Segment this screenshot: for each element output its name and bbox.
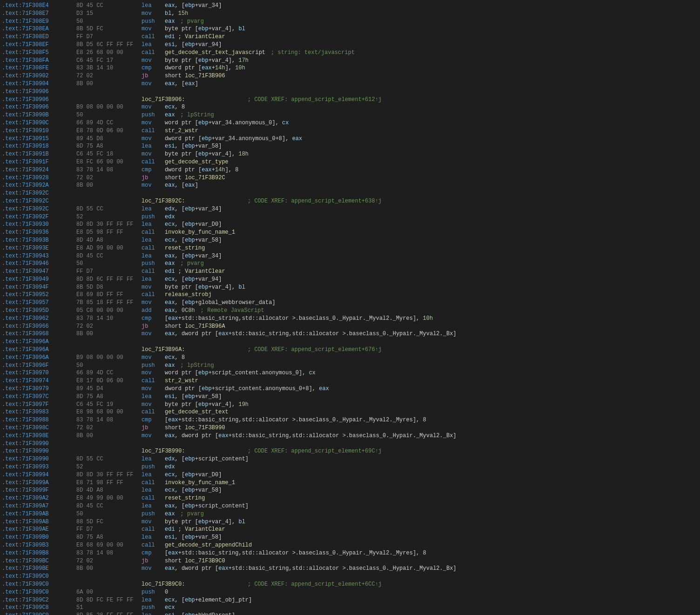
disasm-line[interactable]: .text:71F309B0 8D 75 A8 lea esi, [ebp+va…: [0, 534, 700, 541]
disasm-line[interactable]: .text:71F309B3 E8 68 69 00 00 call get_d…: [0, 541, 700, 549]
disasm-line[interactable]: .text:71F308FA C6 45 FC 17 mov byte ptr …: [0, 57, 700, 65]
disasm-line[interactable]: .text:71F309BE 8B 00 mov eax, dword ptr …: [0, 565, 700, 573]
address: .text:71F309AE: [2, 526, 76, 534]
disasm-line[interactable]: .text:71F30915 89 45 D8 mov dword ptr [e…: [0, 135, 700, 143]
disasm-line[interactable]: .text:71F309A2 E8 49 99 00 00 call reset…: [0, 494, 700, 502]
disasm-line[interactable]: .text:71F308E4 8D 45 CC lea eax, [ebp+va…: [0, 2, 700, 10]
disasm-line[interactable]: .text:71F30970 66 89 4D CC mov word ptr …: [0, 369, 700, 377]
disasm-line[interactable]: .text:71F308FE 83 3B 14 10 cmp dword ptr…: [0, 64, 700, 72]
disasm-line[interactable]: .text:71F3091F E8 FC 66 00 00 call get_d…: [0, 158, 700, 166]
disasm-line[interactable]: .text:71F309AB 88 5D FC mov byte ptr [eb…: [0, 518, 700, 526]
disasm-line[interactable]: .text:71F3096A: [0, 338, 700, 346]
disasm-line[interactable]: .text:71F309A7 8D 45 CC lea eax, [ebp+sc…: [0, 502, 700, 510]
disasm-line[interactable]: .text:71F30990 8D 55 CC lea edx, [ebp+sc…: [0, 455, 700, 463]
disasm-line[interactable]: .text:71F30993 52 push edx: [0, 463, 700, 471]
mnemonic: push: [141, 213, 165, 221]
mnemonic: lea: [141, 534, 165, 541]
disasm-line[interactable]: .text:71F308E9 50 push eax; pvarg: [0, 18, 700, 26]
addr: .text:71F3092C: [2, 197, 76, 205]
disasm-line[interactable]: .text:71F3092A 8B 00 mov eax, [eax]: [0, 182, 700, 189]
disasm-line[interactable]: .text:71F3094F 8B 5D D8 mov byte ptr [eb…: [0, 284, 700, 291]
disasm-line[interactable]: .text:71F3090B 50 push eax; lpString: [0, 111, 700, 119]
disasm-line[interactable]: .text:71F30902 72 02 jb short loc_71F3B9…: [0, 72, 700, 80]
disasm-line[interactable]: .text:71F30952 E8 69 8D FF FF call relea…: [0, 291, 700, 299]
disasm-line[interactable]: .text:71F3093E E8 AD 99 00 00 call reset…: [0, 244, 700, 252]
disasm-line[interactable]: .text:71F30936 E8 D5 98 FF FF call invok…: [0, 229, 700, 237]
disasm-line[interactable]: .text:71F30957 7B 85 18 FF FF FF mov eax…: [0, 299, 700, 307]
mnemonic: mov: [141, 103, 165, 111]
disasm-line[interactable]: .text:71F3098C 72 02 jb short loc_71F3B9…: [0, 424, 700, 432]
disasm-line[interactable]: .text:71F3092F 52 push edx: [0, 213, 700, 221]
disasm-line[interactable]: .text:71F30946 50 push eax; pvarg: [0, 260, 700, 268]
disasm-line[interactable]: .text:71F30930 8D 8D 30 FF FF FF lea ecx…: [0, 221, 700, 229]
disasm-line[interactable]: .text:71F30910 E8 78 0D 06 00 call str_2…: [0, 127, 700, 135]
disasm-line[interactable]: .text:71F30990: [0, 440, 700, 448]
disasm-line[interactable]: .text:71F309B8 83 78 14 08 cmp [eax+std:…: [0, 549, 700, 557]
addr: .text:71F3096A: [2, 346, 76, 354]
disasm-line[interactable]: .text:71F3095D 05 C8 00 00 00 add eax, 0…: [0, 307, 700, 315]
disasm-line[interactable]: .text:71F30988 83 78 14 08 cmp [eax+std:…: [0, 416, 700, 424]
disasm-line[interactable]: .text:71F30979 89 45 D4 mov dword ptr [e…: [0, 385, 700, 393]
mnemonic: mov: [141, 284, 165, 291]
disasm-line[interactable]: .text:71F30906: [0, 88, 700, 96]
address: .text:71F3095D: [2, 307, 76, 315]
disasm-line[interactable]: .text:71F30947 FF D7 call edi ; VariantC…: [0, 268, 700, 276]
disasm-line[interactable]: .text:71F30924 83 78 14 08 cmp dword ptr…: [0, 166, 700, 174]
disasm-line[interactable]: .text:71F308EA 8B 5D FC mov byte ptr [eb…: [0, 25, 700, 33]
disasm-line[interactable]: .text:71F30962 83 78 14 10 cmp [eax+std:…: [0, 315, 700, 323]
disasm-line[interactable]: .text:71F3099F 8D 4D A8 lea ecx, [ebp+va…: [0, 487, 700, 494]
operands: bl, 15h: [165, 10, 698, 18]
operands: byte ptr [ebp+var_4], bl: [165, 284, 698, 291]
disasm-line[interactable]: .text:71F309C9 8D B5 28 FF FF FF lea esi…: [0, 612, 700, 615]
bytes: 50: [76, 18, 141, 26]
disasm-line[interactable]: .text:71F309C8 51 push ecx: [0, 604, 700, 612]
address: .text:71F309A2: [2, 494, 76, 502]
bytes: 8D 4D A8: [76, 487, 141, 494]
disasm-line[interactable]: .text:71F3092C: [0, 189, 700, 197]
disasm-line[interactable]: .text:71F30928 72 02 jb short loc_71F3B9…: [0, 174, 700, 182]
disasm-line[interactable]: .text:71F3093B 8D 4D A8 lea ecx, [ebp+va…: [0, 237, 700, 244]
disasm-line[interactable]: .text:71F3090C 66 89 4D CC mov word ptr …: [0, 119, 700, 127]
disasm-line[interactable]: .text:71F3099A E8 71 98 FF FF call invok…: [0, 479, 700, 487]
bytes: 8B 5D FC: [76, 25, 141, 33]
disasm-line[interactable]: .text:71F309C0 6A 00 push 0: [0, 588, 700, 596]
disasm-line[interactable]: .text:71F309AB 50 push eax; pvarg: [0, 510, 700, 518]
disasm-line[interactable]: .text:71F308ED FF D7 call edi ; VariantC…: [0, 33, 700, 41]
disasm-line[interactable]: .text:71F3092C 8D 55 CC lea edx, [ebp+va…: [0, 205, 700, 213]
disasm-line[interactable]: .text:71F309C0: [0, 573, 700, 581]
disasm-line[interactable]: .text:71F30918 8D 75 A8 lea esi, [ebp+va…: [0, 142, 700, 150]
disasm-line[interactable]: .text:71F30966 72 02 jb short loc_71F3B9…: [0, 323, 700, 331]
bytes: 83 3B 14 10: [76, 64, 141, 72]
operands: get_decode_str_type: [165, 158, 698, 166]
disasm-line[interactable]: .text:71F309BC 72 02 jb short loc_71F3B9…: [0, 557, 700, 565]
disasm-line[interactable]: .text:71F3096F 50 push eax; lpString: [0, 362, 700, 370]
mnemonic: lea: [141, 455, 165, 463]
address: .text:71F309BE: [2, 565, 76, 573]
disasm-line[interactable]: .text:71F3098E 8B 00 mov eax, dword ptr …: [0, 432, 700, 440]
disasm-line[interactable]: .text:71F309AE FF D7 call edi ; VariantC…: [0, 526, 700, 534]
address: .text:71F3092A: [2, 182, 76, 189]
disasm-line[interactable]: .text:71F309C2 8D 8D FC FE FF FF lea ecx…: [0, 596, 700, 604]
disasm-line[interactable]: .text:71F30968 8B 00 mov eax, dword ptr …: [0, 330, 700, 338]
address: .text:71F30979: [2, 385, 76, 393]
disasm-line[interactable]: .text:71F3096A B9 08 00 00 00 mov ecx, 8: [0, 354, 700, 362]
disasm-line[interactable]: .text:71F3091B C6 45 FC 18 mov byte ptr …: [0, 150, 700, 158]
bytes: E8 78 0D 06 00: [76, 127, 141, 135]
disasm-line[interactable]: .text:71F308E7 D3 15 mov bl, 15h: [0, 10, 700, 18]
disasm-line[interactable]: .text:71F30904 8B 00 mov eax, [eax]: [0, 80, 700, 88]
disasm-line[interactable]: .text:71F308F5 E8 26 68 00 00 call get_d…: [0, 49, 700, 57]
mnemonic: lea: [141, 502, 165, 510]
disasm-line[interactable]: .text:71F30994 8D 8D 30 FF FF FF lea ecx…: [0, 471, 700, 479]
disasm-line[interactable]: .text:71F30974 E8 17 0D 06 00 call str_2…: [0, 377, 700, 385]
disasm-line[interactable]: .text:71F30949 8D 8D 6C FF FF FF lea ecx…: [0, 276, 700, 284]
disasm-line[interactable]: .text:71F3097C 8D 75 A8 lea esi, [ebp+va…: [0, 393, 700, 401]
mnemonic: lea: [141, 471, 165, 479]
address: .text:71F309B3: [2, 541, 76, 549]
disasm-line[interactable]: .text:71F30983 E8 98 68 00 00 call get_d…: [0, 408, 700, 416]
disasm-line[interactable]: .text:71F30906 B9 08 00 00 00 mov ecx, 8: [0, 103, 700, 111]
operands: eax, dword ptr [eax+std::basic_string,st…: [165, 565, 698, 573]
disasm-line[interactable]: .text:71F3097F C6 45 FC 19 mov byte ptr …: [0, 401, 700, 409]
disasm-line[interactable]: .text:71F308EF 8B D5 6C FF FF FF lea esi…: [0, 41, 700, 49]
disasm-line[interactable]: .text:71F30943 8D 45 CC lea eax, [ebp+va…: [0, 252, 700, 260]
operands: eax, [ebp+var_34]: [165, 252, 698, 260]
